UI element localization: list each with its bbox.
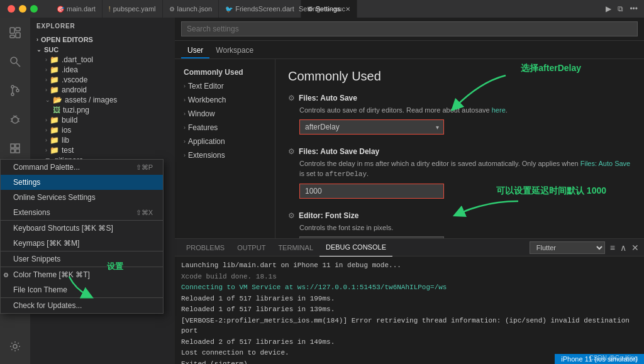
activity-git[interactable]	[0, 78, 30, 103]
folder-icon: 📁	[50, 65, 59, 74]
nav-extensions[interactable]: › Extensions	[175, 148, 275, 162]
chevron-right-icon: ›	[45, 77, 47, 83]
activity-explorer[interactable]	[0, 20, 30, 45]
close-dot[interactable]	[8, 5, 15, 13]
tab-terminal[interactable]: TERMINAL	[272, 239, 319, 256]
tree-item-lib[interactable]: › 📁 lib	[30, 135, 175, 145]
autosave-link[interactable]: here	[492, 106, 506, 114]
minimize-dot[interactable]	[19, 5, 26, 13]
svg-line-5	[16, 63, 20, 67]
menu-item-extensions[interactable]: Extensions ⇧⌘X	[1, 205, 163, 220]
svg-rect-18	[11, 149, 14, 153]
tree-item-assets[interactable]: ⌄ 📂 assets / images	[30, 95, 175, 105]
folder-icon: 📁	[50, 55, 59, 64]
list-icon[interactable]: ≡	[610, 243, 615, 253]
chevron-right-icon: ›	[184, 124, 186, 131]
tab-workspace[interactable]: Workspace	[209, 43, 260, 58]
suc-section[interactable]: ⌄ SUC	[30, 45, 175, 55]
svg-point-4	[11, 57, 17, 63]
flutter-icon: 🐦	[225, 6, 233, 13]
font-size-title: Editor: Font Size	[299, 211, 358, 220]
settings-section-title: Commonly Used	[288, 69, 631, 84]
folder-icon: 📁	[50, 75, 59, 84]
gear-icon: ⚙	[288, 211, 295, 220]
tab-launch-json[interactable]: ⚙ launch.json	[163, 0, 219, 18]
settings-tab-bar: User Workspace	[175, 41, 644, 59]
autosave-select[interactable]: afterDelay off afterWindowChange onFocus…	[299, 119, 444, 135]
tab-output[interactable]: OUTPUT	[231, 239, 272, 256]
menu-item-check-updates[interactable]: Check for Updates...	[1, 297, 163, 313]
terminal-body: Launching lib/main.dart on iPhone 11 in …	[175, 256, 644, 364]
tree-item-android[interactable]: › 📁 android	[30, 85, 175, 95]
more-icon[interactable]: •••	[630, 4, 638, 13]
chevron-up-icon[interactable]: ∧	[620, 243, 626, 253]
open-editors-section[interactable]: › OPEN EDITORS	[30, 35, 175, 45]
terminal-line: Xcode build done. 18.1s	[181, 272, 638, 282]
search-input[interactable]	[181, 21, 638, 36]
tree-item-idea[interactable]: › 📁 .idea	[30, 65, 175, 75]
svg-rect-16	[11, 144, 14, 148]
image-icon: 🖼	[53, 106, 60, 114]
delay-input[interactable]	[299, 184, 444, 199]
svg-rect-0	[10, 28, 14, 33]
tab-main-dart[interactable]: 🎯 main.dart	[50, 0, 103, 18]
menu-item-online-services[interactable]: Online Services Settings	[1, 190, 163, 205]
activity-search[interactable]	[0, 49, 30, 74]
nav-commonly-used: Commonly Used	[175, 65, 275, 79]
close-terminal-icon[interactable]: ✕	[631, 243, 639, 253]
tree-item-test[interactable]: › 📁 test	[30, 145, 175, 155]
chevron-right-icon: ›	[45, 147, 47, 153]
nav-workbench[interactable]: › Workbench	[175, 93, 275, 107]
activity-settings-gear[interactable]	[0, 334, 30, 359]
autosave-desc: Controls auto save of dirty editors. Rea…	[288, 105, 631, 116]
menu-item-user-snippets[interactable]: User Snippets	[1, 251, 163, 267]
tree-item-tuzi[interactable]: 🖼 tuzi.png	[30, 105, 175, 115]
activity-extensions[interactable]	[0, 136, 30, 161]
chevron-right-icon: ›	[45, 127, 47, 133]
debug-dropdown[interactable]: Flutter	[530, 241, 605, 254]
chevron-right-icon: ›	[36, 36, 38, 43]
terminal-line: Reloaded 1 of 517 libraries in 199ms.	[181, 294, 638, 304]
menu-item-settings[interactable]: Settings	[1, 175, 163, 190]
tree-item-vscode[interactable]: › 📁 .vscode	[30, 75, 175, 85]
folder-icon: 📁	[50, 146, 59, 155]
nav-window[interactable]: › Window	[175, 107, 275, 121]
window-title: Settings — suc	[299, 5, 345, 13]
menu-item-command-palette[interactable]: Command Palette... ⇧⌘P	[1, 160, 163, 175]
tree-item-ios[interactable]: › 📁 ios	[30, 125, 175, 135]
tree-item-build[interactable]: › 📁 build	[30, 115, 175, 125]
settings-item-autosave-header: ⚙ Files: Auto Save	[288, 94, 631, 102]
tab-problems[interactable]: PROBLEMS	[180, 239, 231, 256]
menu-item-file-icon-theme[interactable]: File Icon Theme	[1, 282, 163, 297]
activity-debug[interactable]	[0, 107, 30, 132]
font-size-desc: Controls the font size in pixels.	[288, 223, 631, 233]
content-area: User Workspace Commonly Used › Text Edit…	[175, 18, 644, 364]
split-icon[interactable]: ⧉	[618, 4, 623, 13]
tab-close-icon[interactable]: ✕	[345, 6, 350, 13]
autosave-link-ref[interactable]: Files: Auto Save	[580, 160, 631, 167]
tab-friends-screen[interactable]: 🐦 FriendsScreen.dart	[219, 0, 301, 18]
watermark: CSDN @Co-King	[589, 355, 638, 361]
menu-item-keyboard-shortcuts[interactable]: Keyboard Shortcuts [⌘K ⌘S]	[1, 220, 163, 236]
nav-features[interactable]: › Features	[175, 121, 275, 135]
nav-application[interactable]: › Application	[175, 135, 275, 148]
svg-rect-1	[16, 28, 20, 31]
window-controls[interactable]	[0, 5, 38, 13]
maximize-dot[interactable]	[30, 5, 38, 13]
yaml-icon: !	[109, 6, 111, 13]
nav-text-editor[interactable]: › Text Editor	[175, 79, 275, 93]
tab-user[interactable]: User	[181, 43, 209, 58]
run-icon[interactable]: ▶	[606, 4, 611, 13]
settings-item-font-header: ⚙ Editor: Font Size	[288, 211, 631, 220]
code-afterdelay: afterDelay	[325, 170, 367, 178]
svg-rect-2	[16, 33, 20, 38]
svg-point-20	[13, 345, 17, 348]
menu-item-color-theme[interactable]: ⚙ Color Theme [⌘K ⌘T]	[1, 267, 163, 282]
tree-item-dart-tool[interactable]: › 📁 .dart_tool	[30, 55, 175, 65]
settings-nav: Commonly Used › Text Editor › Workbench …	[175, 59, 275, 238]
chevron-right-icon: ›	[45, 87, 47, 93]
tab-debug-console[interactable]: DEBUG CONSOLE	[319, 239, 392, 256]
tab-pubspec-yaml[interactable]: ! pubspec.yaml	[103, 0, 163, 18]
menu-item-keymaps[interactable]: Keymaps [⌘K ⌘M]	[1, 236, 163, 251]
chevron-right-icon: ›	[45, 57, 47, 63]
